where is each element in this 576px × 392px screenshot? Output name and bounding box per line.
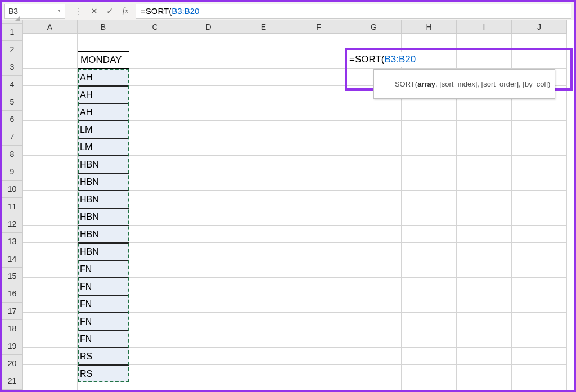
row-header[interactable]: 1 [2,24,22,41]
cell[interactable] [346,138,402,156]
cell[interactable] [346,191,402,208]
cell[interactable] [291,348,346,365]
cell[interactable] [129,138,181,156]
cell[interactable] [457,243,512,260]
cell[interactable]: RS [78,365,129,382]
cell[interactable] [291,208,346,226]
cell[interactable] [291,365,346,382]
cell[interactable] [512,103,567,121]
name-box-dropdown-icon[interactable]: ▼ [57,8,61,13]
cell[interactable] [402,365,457,382]
cell[interactable] [402,156,457,173]
cell[interactable] [291,34,346,51]
row-header[interactable]: 10 [2,181,22,198]
cell[interactable] [402,191,457,208]
cell[interactable] [129,295,181,313]
cell[interactable] [346,208,402,226]
cell[interactable] [457,103,512,121]
cell[interactable] [457,226,512,243]
cell[interactable] [22,51,78,69]
col-header[interactable]: F [291,20,346,34]
cell[interactable] [129,121,181,138]
cell[interactable] [236,278,291,295]
cell[interactable]: FN [78,313,129,330]
col-header[interactable]: G [346,20,402,34]
cell[interactable] [457,313,512,330]
cell[interactable] [402,278,457,295]
cell[interactable] [22,173,78,191]
cell[interactable] [129,330,181,348]
cell[interactable] [457,260,512,278]
cell[interactable] [129,208,181,226]
cell[interactable] [291,226,346,243]
cell[interactable]: HBN [78,243,129,260]
cell[interactable] [291,243,346,260]
cell[interactable] [236,34,291,51]
cell[interactable]: MONDAY [78,51,129,69]
row-header[interactable]: 9 [2,163,22,181]
cell[interactable] [512,208,567,226]
cell[interactable] [346,173,402,191]
cell[interactable]: AH [78,86,129,103]
cell[interactable] [129,69,181,86]
cell[interactable] [512,121,567,138]
row-header[interactable]: 13 [2,233,22,250]
cell[interactable] [129,260,181,278]
cell[interactable] [402,295,457,313]
cell[interactable] [346,243,402,260]
cell[interactable] [512,295,567,313]
cell[interactable] [512,156,567,173]
cell[interactable] [236,382,291,392]
cell[interactable] [181,51,236,69]
cell[interactable] [129,382,181,392]
cell[interactable] [457,191,512,208]
cancel-icon[interactable]: ✕ [86,4,102,19]
cell[interactable] [236,173,291,191]
cell[interactable] [22,121,78,138]
row-header[interactable]: 17 [2,303,22,320]
cell[interactable] [236,295,291,313]
row-header[interactable]: 4 [2,76,22,93]
cell[interactable]: FN [78,260,129,278]
cell[interactable] [22,330,78,348]
cell[interactable] [291,330,346,348]
cell[interactable] [291,138,346,156]
row-header[interactable]: 7 [2,128,22,146]
col-header[interactable]: C [129,20,181,34]
row-header[interactable]: 20 [2,355,22,372]
cell[interactable] [181,34,236,51]
cell[interactable] [346,103,402,121]
row-header[interactable]: 14 [2,250,22,268]
cell[interactable] [346,260,402,278]
name-box[interactable]: B3 ▼ [4,4,65,19]
cell[interactable] [181,86,236,103]
cell[interactable] [457,138,512,156]
enter-icon[interactable]: ✓ [102,4,118,19]
cell[interactable]: HBN [78,173,129,191]
cell[interactable] [236,348,291,365]
cells[interactable]: MONDAYAHAHAHLMLMHBNHBNHBNHBNHBNHBNFNFNFN… [22,34,574,392]
cell[interactable] [457,295,512,313]
cell[interactable] [457,330,512,348]
cell[interactable] [346,278,402,295]
cell[interactable] [346,34,402,51]
cell[interactable] [457,156,512,173]
cell[interactable] [291,191,346,208]
cell[interactable] [236,69,291,86]
cell[interactable] [291,260,346,278]
cell[interactable] [402,330,457,348]
cell[interactable] [457,34,512,51]
cell[interactable] [402,260,457,278]
cell[interactable] [22,69,78,86]
cell[interactable] [512,260,567,278]
cell[interactable] [181,226,236,243]
row-header[interactable]: 5 [2,93,22,111]
cell[interactable] [181,365,236,382]
cell[interactable] [512,348,567,365]
row-header[interactable]: 18 [2,320,22,337]
cell[interactable] [512,278,567,295]
cell[interactable] [129,226,181,243]
cell[interactable] [22,348,78,365]
cell[interactable] [22,260,78,278]
cell[interactable] [181,278,236,295]
